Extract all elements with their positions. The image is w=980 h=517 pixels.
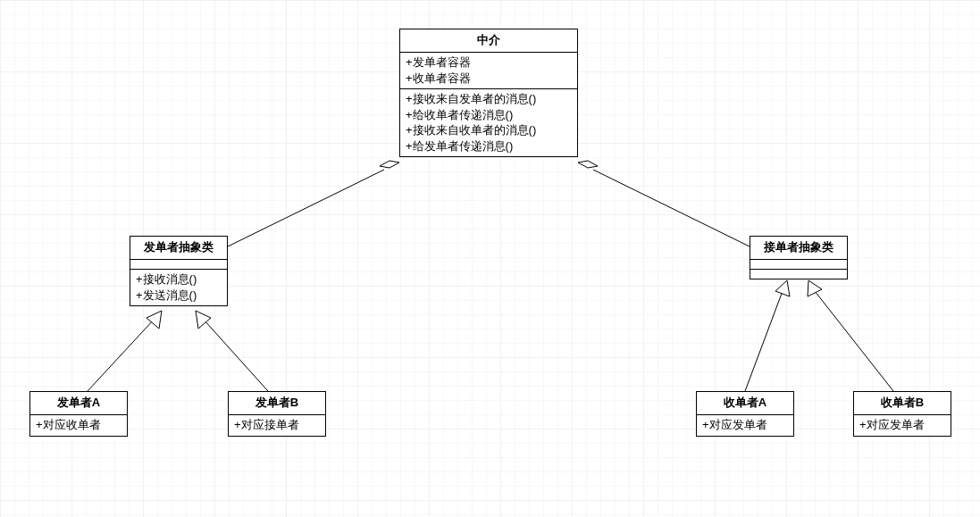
class-attributes [750,260,847,270]
class-sender-a[interactable]: 发单者A +对应收单者 [29,391,128,437]
attr: +对应发单者 [859,417,945,433]
class-title: 接单者抽象类 [750,237,847,260]
class-operations [750,270,847,279]
class-title: 收单者A [697,392,793,415]
class-receiver-b[interactable]: 收单者B +对应发单者 [853,391,951,437]
class-receiver-abstract[interactable]: 接单者抽象类 [750,236,848,279]
class-sender-b[interactable]: 发单者B +对应接单者 [228,391,326,437]
attr: +对应收单者 [36,417,121,433]
op: +给发单者传递消息() [406,138,572,154]
class-operations: +接收消息() +发送消息() [130,270,227,305]
class-attributes: +对应收单者 [30,415,127,436]
class-mediator[interactable]: 中介 +发单者容器 +收单者容器 +接收来自发单者的消息() +给收单者传递消息… [399,29,578,157]
class-attributes [130,260,227,270]
attr: +对应接单者 [234,417,320,433]
attr: +收单者容器 [406,71,572,87]
class-title: 收单者B [854,392,951,415]
class-attributes: +发单者容器 +收单者容器 [400,53,577,89]
class-title: 发单者B [229,392,325,415]
op: +发送消息() [136,288,222,304]
op: +接收消息() [136,271,222,288]
class-sender-abstract[interactable]: 发单者抽象类 +接收消息() +发送消息() [130,236,228,306]
op: +接收来自发单者的消息() [406,91,572,107]
op: +给收单者传递消息() [406,107,572,123]
class-title: 发单者A [30,392,127,415]
class-attributes: +对应发单者 [854,415,951,436]
attr: +对应发单者 [702,417,788,433]
class-title: 中介 [400,29,577,53]
class-title: 发单者抽象类 [130,237,227,260]
class-operations: +接收来自发单者的消息() +给收单者传递消息() +接收来自收单者的消息() … [400,89,577,156]
class-receiver-a[interactable]: 收单者A +对应发单者 [696,391,794,437]
attr: +发单者容器 [406,54,572,71]
class-attributes: +对应发单者 [697,415,793,436]
op: +接收来自收单者的消息() [406,122,572,138]
class-attributes: +对应接单者 [229,415,325,436]
